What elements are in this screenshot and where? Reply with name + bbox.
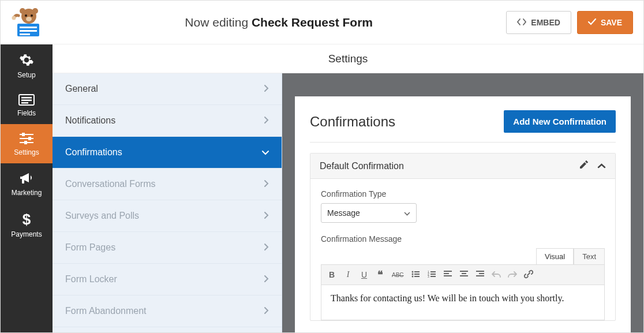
main-panel: Confirmations Add New Confirmation Defau… bbox=[282, 73, 643, 332]
nav-setup[interactable]: Setup bbox=[1, 44, 53, 86]
primary-nav: Setup Fields Settings Marketing $ Paymen… bbox=[1, 44, 53, 332]
svg-rect-25 bbox=[414, 274, 420, 275]
svg-rect-37 bbox=[460, 271, 468, 272]
svg-point-9 bbox=[26, 17, 32, 21]
svg-rect-1 bbox=[20, 27, 37, 28]
nav-label: Setup bbox=[17, 71, 35, 79]
add-confirmation-button[interactable]: Add New Confirmation bbox=[504, 110, 616, 133]
align-right-icon[interactable] bbox=[475, 270, 485, 279]
svg-point-7 bbox=[25, 14, 27, 17]
svg-rect-16 bbox=[22, 133, 25, 136]
svg-rect-35 bbox=[444, 273, 449, 274]
code-icon bbox=[517, 18, 526, 27]
bold-icon[interactable]: B bbox=[327, 270, 336, 279]
confirmation-type-label: Confirmation Type bbox=[321, 189, 605, 199]
section-title: Settings bbox=[328, 53, 368, 65]
strikethrough-icon[interactable]: ABC bbox=[392, 272, 404, 278]
settings-item-label: Surveys and Polls bbox=[65, 211, 139, 221]
settings-item-form-abandonment[interactable]: Form Abandonment bbox=[53, 295, 282, 327]
app-logo bbox=[11, 7, 44, 38]
underline-icon[interactable]: U bbox=[360, 270, 369, 279]
confirmation-message-label: Confirmation Message bbox=[321, 234, 605, 244]
svg-rect-27 bbox=[414, 276, 420, 277]
gear-icon bbox=[19, 53, 34, 68]
svg-rect-42 bbox=[476, 275, 484, 276]
nav-label: Payments bbox=[11, 230, 42, 238]
quote-icon[interactable]: ❝ bbox=[376, 268, 385, 281]
nav-label: Settings bbox=[14, 148, 39, 156]
svg-rect-34 bbox=[444, 271, 452, 272]
settings-item-label: Conversational Forms bbox=[65, 179, 156, 189]
save-button[interactable]: SAVE bbox=[577, 11, 633, 34]
confirmation-header[interactable]: Default Confirmation bbox=[310, 154, 615, 179]
embed-label: EMBED bbox=[531, 18, 560, 27]
megaphone-icon bbox=[19, 171, 34, 185]
settings-item-general[interactable]: General bbox=[53, 73, 282, 105]
chevron-down-icon bbox=[262, 148, 269, 157]
chevron-right-icon bbox=[264, 275, 269, 284]
undo-icon[interactable] bbox=[492, 270, 501, 280]
pencil-icon[interactable] bbox=[579, 160, 588, 171]
chevron-right-icon bbox=[264, 211, 269, 220]
settings-item-form-locker[interactable]: Form Locker bbox=[53, 264, 282, 295]
nav-settings[interactable]: Settings bbox=[1, 124, 53, 163]
italic-icon[interactable]: I bbox=[343, 270, 353, 279]
check-icon bbox=[588, 18, 596, 27]
settings-item-label: Form Abandonment bbox=[65, 306, 147, 316]
link-icon[interactable] bbox=[524, 270, 533, 280]
chevron-right-icon bbox=[264, 243, 269, 252]
svg-rect-36 bbox=[444, 275, 452, 276]
numbered-list-icon[interactable]: 123 bbox=[427, 270, 436, 279]
chevron-right-icon bbox=[264, 116, 269, 125]
save-label: SAVE bbox=[601, 18, 622, 27]
select-value: Message bbox=[327, 208, 360, 218]
settings-item-label: General bbox=[65, 84, 98, 94]
page-title: Now editing Check Request Form bbox=[51, 16, 506, 29]
svg-point-10 bbox=[12, 16, 16, 20]
editor-tab-text[interactable]: Text bbox=[574, 248, 605, 264]
svg-rect-31 bbox=[430, 274, 436, 275]
svg-rect-39 bbox=[460, 275, 468, 276]
settings-item-notifications[interactable]: Notifications bbox=[53, 105, 282, 137]
svg-rect-13 bbox=[21, 100, 32, 102]
settings-item-label: Form Pages bbox=[65, 242, 115, 253]
svg-rect-12 bbox=[21, 97, 32, 99]
sliders-icon bbox=[18, 132, 35, 145]
section-header: Settings bbox=[53, 44, 643, 73]
svg-point-5 bbox=[20, 8, 25, 14]
settings-item-confirmations[interactable]: Confirmations bbox=[53, 137, 282, 169]
list-icon bbox=[18, 94, 35, 106]
settings-item-surveys-and-polls[interactable]: Surveys and Polls bbox=[53, 200, 282, 232]
chevron-up-icon[interactable] bbox=[597, 160, 606, 171]
settings-item-form-pages[interactable]: Form Pages bbox=[53, 232, 282, 264]
svg-point-22 bbox=[411, 271, 413, 273]
redo-icon[interactable] bbox=[508, 270, 517, 280]
settings-submenu[interactable]: GeneralNotificationsConfirmationsConvers… bbox=[53, 73, 282, 332]
settings-item-conversational-forms[interactable]: Conversational Forms bbox=[53, 169, 282, 200]
nav-fields[interactable]: Fields bbox=[1, 86, 53, 124]
svg-rect-14 bbox=[21, 102, 28, 104]
align-center-icon[interactable] bbox=[459, 270, 469, 279]
svg-point-26 bbox=[411, 276, 413, 278]
svg-rect-3 bbox=[20, 33, 30, 35]
svg-rect-40 bbox=[476, 271, 484, 272]
confirmation-name: Default Confirmation bbox=[320, 161, 404, 171]
message-editor[interactable]: Thanks for contacting us! We will be in … bbox=[321, 285, 604, 320]
svg-point-8 bbox=[31, 14, 33, 17]
editor-tab-visual[interactable]: Visual bbox=[536, 248, 574, 264]
nav-label: Marketing bbox=[12, 189, 42, 197]
svg-rect-23 bbox=[414, 271, 420, 272]
nav-marketing[interactable]: Marketing bbox=[1, 163, 53, 204]
chevron-right-icon bbox=[264, 179, 269, 189]
confirmation-type-select[interactable]: Message bbox=[321, 203, 417, 223]
nav-payments[interactable]: $ Payments bbox=[1, 204, 53, 245]
svg-rect-33 bbox=[430, 276, 436, 277]
svg-point-24 bbox=[411, 274, 413, 275]
settings-item-label: Confirmations bbox=[65, 147, 122, 158]
chevron-down-icon bbox=[404, 208, 410, 218]
dollar-icon: $ bbox=[1, 212, 53, 227]
bullet-list-icon[interactable] bbox=[411, 270, 420, 279]
align-left-icon[interactable] bbox=[443, 270, 452, 279]
settings-item-label: Notifications bbox=[65, 115, 115, 126]
embed-button[interactable]: EMBED bbox=[506, 11, 571, 34]
